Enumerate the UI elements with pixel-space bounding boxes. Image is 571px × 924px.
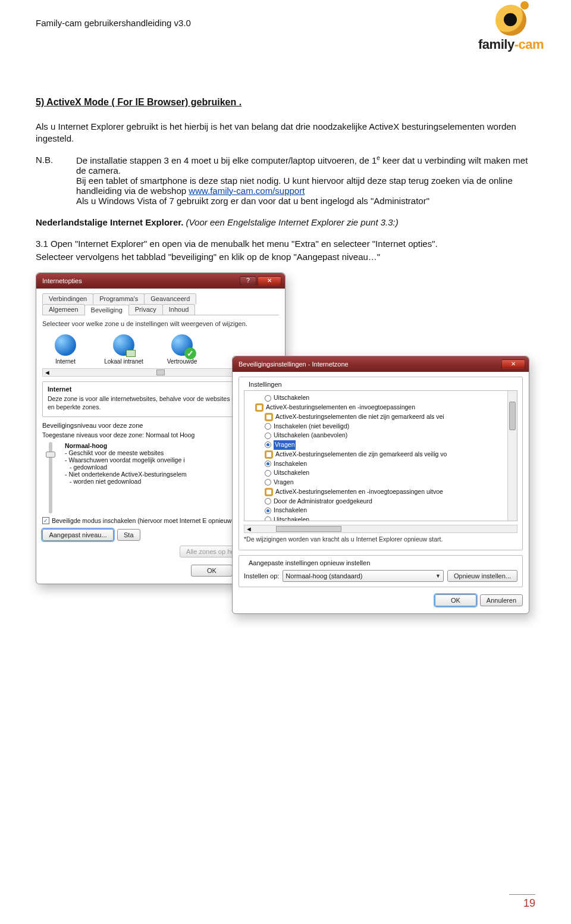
brand-word-1: family [478, 37, 514, 52]
tree-item[interactable]: ActiveX-besturingselementen en -invoegto… [247, 487, 514, 497]
intro-paragraph: Als u Internet Explorer gebruikt is het … [36, 121, 535, 145]
reset-button[interactable]: Opnieuw instellen... [447, 570, 517, 582]
brand-word-2: -cam [514, 37, 544, 52]
titlebar: Internetopties ? ✕ [36, 273, 285, 289]
restart-note: *De wijzigingen worden van kracht als u … [244, 535, 517, 543]
radio-icon[interactable] [265, 479, 271, 486]
radio-icon[interactable] [265, 395, 271, 402]
security-slider[interactable] [49, 442, 52, 513]
dialog-title: Beveiligingsinstellingen - Internetzone [236, 361, 501, 368]
tree-item-label: ActiveX-besturingselementen en -invoegto… [266, 403, 415, 412]
zone-local-intranet[interactable]: Lokaal intranet [103, 334, 145, 365]
level-bullet: gedownload [70, 463, 187, 471]
zone-internet[interactable]: Internet [45, 334, 86, 365]
tree-item-label: ActiveX-besturingselementen die zijn gem… [275, 450, 447, 459]
tree-item-label: Vragen [274, 440, 296, 450]
tree-item-label: Uitschakelen [274, 468, 309, 478]
globe-icon [55, 334, 76, 356]
tree-item-label: Uitschakelen [274, 393, 309, 403]
tab-algemeen[interactable]: Algemeen [42, 304, 85, 315]
chevron-down-icon: ▼ [435, 573, 441, 579]
reset-level-select[interactable]: Normaal-hoog (standaard) ▼ [283, 570, 444, 582]
gear-icon [265, 488, 273, 496]
tree-item[interactable]: Vragen [247, 478, 514, 487]
nb-line3: Als u Windows Vista of 7 gebruikt zorg e… [76, 196, 429, 206]
section-heading: 5) ActiveX Mode ( For IE Browser) gebrui… [36, 97, 535, 108]
level-bullet: Niet ondertekende ActiveX-besturingselem [65, 471, 187, 478]
tree-item-label: Uitschakelen (aanbevolen) [274, 431, 347, 440]
help-button[interactable]: ? [240, 276, 256, 286]
tree-hscrollbar[interactable]: ◄ [244, 525, 517, 533]
globe-trusted-icon: ✓ [171, 334, 193, 356]
nl-heading-italic: (Voor een Engelstalige Internet Explorer… [183, 217, 398, 227]
tree-item[interactable]: Inschakelen [247, 459, 514, 469]
tree-item[interactable]: ActiveX-besturingselementen en -invoegto… [247, 403, 514, 412]
level-name: Normaal-hoog [65, 442, 187, 449]
radio-icon[interactable] [265, 433, 271, 439]
tree-item[interactable]: Vragen [247, 440, 514, 450]
reset-to-label: Instellen op: [244, 572, 279, 580]
globe-intranet-icon [113, 334, 134, 356]
gear-icon [265, 450, 273, 459]
close-button[interactable]: ✕ [258, 276, 281, 286]
radio-icon[interactable] [265, 508, 271, 514]
radio-icon[interactable] [265, 470, 271, 477]
nl-heading: Nederlandstalige Internet Explorer. (Voo… [36, 217, 535, 228]
tree-item-label: Vragen [274, 478, 293, 487]
page-number: 19 [509, 894, 535, 910]
tab-verbindingen[interactable]: Verbindingen [42, 293, 93, 304]
nl-heading-bold: Nederlandstalige Internet Explorer. [36, 217, 183, 227]
level-bullets: Geschikt voor de meeste websites Waarsch… [65, 449, 187, 485]
check-icon: ✓ [184, 347, 196, 359]
level-bullet: Geschikt voor de meeste websites [65, 449, 187, 456]
tab-inhoud[interactable]: Inhoud [162, 304, 196, 315]
tree-item[interactable]: Inschakelen (niet beveiligd) [247, 422, 514, 431]
tree-item[interactable]: Uitschakelen [247, 468, 514, 478]
tree-item-label: Door de Administrator goedgekeurd [274, 497, 372, 506]
tree-item-label: Uitschakelen [274, 515, 309, 521]
ok-button[interactable]: OK [435, 594, 476, 606]
security-settings-dialog: Beveiligingsinstellingen - Internetzone … [232, 356, 529, 614]
tree-item[interactable]: Inschakelen [247, 506, 514, 515]
tree-item-label: ActiveX-besturingselementen en -invoegto… [275, 487, 443, 497]
camera-icon [495, 5, 526, 36]
checkbox-checked-icon[interactable]: ✓ [42, 517, 49, 524]
nb-line1a: De installatie stappen 3 en 4 moet u bij… [76, 155, 377, 165]
reset-group-title: Aangepaste instellingen opnieuw instelle… [246, 559, 372, 566]
tree-scrollbar[interactable] [507, 391, 517, 521]
tree-item[interactable]: Uitschakelen (aanbevolen) [247, 431, 514, 440]
zone-trusted[interactable]: ✓ Vertrouwde [161, 334, 203, 365]
gear-icon [265, 413, 273, 421]
tab-privacy[interactable]: Privacy [128, 304, 163, 315]
radio-icon[interactable] [265, 423, 271, 430]
standard-level-button[interactable]: Sta [117, 529, 140, 541]
radio-icon[interactable] [265, 461, 271, 467]
nb-body: De installatie stappen 3 en 4 moet u bij… [76, 155, 535, 206]
custom-level-button[interactable]: Aangepast niveau... [42, 529, 114, 541]
tree-item[interactable]: ActiveX-besturingselementen die zijn gem… [247, 450, 514, 459]
support-link[interactable]: www.family-cam.com/support [189, 186, 305, 196]
tree-item[interactable]: Uitschakelen [247, 393, 514, 403]
brand-logo: family-cam [478, 5, 544, 52]
tree-item[interactable]: Uitschakelen [247, 515, 514, 521]
radio-icon[interactable] [265, 441, 271, 448]
titlebar: Beveiligingsinstellingen - Internetzone … [233, 356, 529, 372]
nb-label: N.B. [36, 155, 59, 206]
level-bullet: Waarschuwen voordat mogelijk onveilige i [65, 456, 187, 463]
ok-button[interactable]: OK [191, 565, 233, 577]
brand-text: family-cam [478, 37, 544, 52]
zone-label: Internet [45, 358, 86, 365]
radio-icon[interactable] [265, 516, 271, 521]
settings-tree[interactable]: UitschakelenActiveX-besturingselementen … [244, 390, 517, 521]
tree-item[interactable]: Door de Administrator goedgekeurd [247, 497, 514, 506]
tab-programmas[interactable]: Programma's [93, 293, 145, 304]
tab-beveiliging[interactable]: Beveiliging [84, 305, 129, 315]
step-3-1a: 3.1 Open "Internet Explorer" en open via… [36, 238, 535, 250]
close-button[interactable]: ✕ [501, 359, 525, 369]
cancel-button[interactable]: Annuleren [480, 594, 523, 606]
tab-geavanceerd[interactable]: Geavanceerd [144, 293, 196, 304]
tree-item-label: Inschakelen [274, 506, 307, 515]
radio-icon[interactable] [265, 498, 271, 505]
tree-item[interactable]: ActiveX-besturingselementen die niet zij… [247, 412, 514, 422]
gear-icon [255, 403, 263, 412]
